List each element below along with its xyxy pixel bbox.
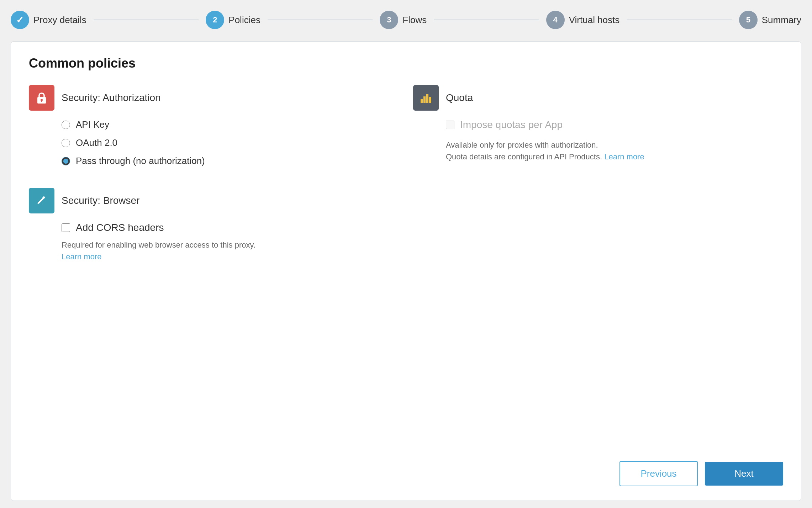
lock-icon (35, 91, 49, 105)
step-number-policies: 2 (213, 15, 217, 25)
quota-description: Available only for proxies with authoriz… (446, 139, 783, 163)
quota-description-line2: Quota details are configured in API Prod… (446, 152, 602, 161)
impose-quotas-checkbox[interactable] (446, 121, 454, 129)
svg-rect-4 (423, 96, 426, 103)
step-circle-summary: 5 (739, 11, 758, 29)
security-browser-description: Required for enabling web browser access… (62, 239, 783, 263)
step-connector-4 (627, 20, 732, 20)
step-flows[interactable]: 3 Flows (380, 11, 427, 29)
svg-rect-3 (421, 99, 423, 103)
chart-icon (419, 91, 433, 105)
security-browser-header: Security: Browser (29, 188, 783, 213)
quota-icon (413, 85, 439, 111)
cors-headers-label: Add CORS headers (76, 222, 164, 233)
quota-label: Quota (446, 92, 473, 104)
svg-rect-5 (426, 94, 428, 103)
security-browser-label: Security: Browser (62, 195, 139, 206)
cors-headers-checkbox[interactable] (62, 223, 70, 232)
security-authorization-label: Security: Authorization (62, 92, 161, 104)
quota-description-line1: Available only for proxies with authoriz… (446, 141, 598, 149)
svg-rect-6 (429, 97, 431, 103)
api-key-radio[interactable] (62, 121, 70, 129)
api-key-option[interactable]: API Key (62, 119, 399, 130)
step-connector-2 (268, 20, 373, 20)
step-circle-virtual-hosts: 4 (546, 11, 565, 29)
security-authorization-section: Security: Authorization API Key OAuth 2.… (29, 85, 399, 174)
checkmark-icon: ✓ (16, 15, 24, 26)
pass-through-radio[interactable] (62, 157, 70, 165)
quota-checkbox-container: Impose quotas per App (446, 119, 783, 131)
api-key-label: API Key (76, 119, 109, 130)
step-number-flows: 3 (387, 15, 391, 25)
step-label-virtual-hosts: Virtual hosts (569, 15, 620, 26)
next-button[interactable]: Next (705, 462, 783, 486)
step-connector-1 (94, 20, 199, 20)
security-authorization-header: Security: Authorization (29, 85, 399, 111)
step-proxy-details[interactable]: ✓ Proxy details (11, 11, 86, 29)
step-circle-proxy-details: ✓ (11, 11, 29, 29)
step-summary[interactable]: 5 Summary (739, 11, 801, 29)
security-browser-learn-more-link[interactable]: Learn more (62, 252, 102, 261)
security-authorization-icon (29, 85, 54, 111)
svg-rect-2 (41, 100, 42, 102)
security-browser-icon (29, 188, 54, 213)
bottom-nav: Previous Next (29, 450, 783, 486)
quota-learn-more-link[interactable]: Learn more (604, 152, 644, 161)
step-label-flows: Flows (402, 15, 427, 26)
main-card: Common policies Security: Authorization (11, 41, 801, 501)
oauth2-label: OAuth 2.0 (76, 137, 117, 148)
cors-headers-option[interactable]: Add CORS headers (62, 222, 783, 233)
step-label-summary: Summary (762, 15, 801, 26)
step-virtual-hosts[interactable]: 4 Virtual hosts (546, 11, 620, 29)
step-number-summary: 5 (746, 15, 750, 25)
step-number-virtual-hosts: 4 (553, 15, 558, 25)
impose-quotas-label: Impose quotas per App (460, 119, 563, 131)
card-title: Common policies (29, 56, 783, 71)
step-circle-flows: 3 (380, 11, 398, 29)
quota-header: Quota (413, 85, 783, 111)
policies-grid: Security: Authorization API Key OAuth 2.… (29, 85, 783, 174)
oauth2-radio[interactable] (62, 139, 70, 147)
previous-button[interactable]: Previous (619, 461, 698, 486)
step-label-policies: Policies (228, 15, 260, 26)
step-connector-3 (434, 20, 539, 20)
quota-section: Quota Impose quotas per App Available on… (413, 85, 783, 174)
security-browser-section: Security: Browser Add CORS headers Requi… (29, 188, 783, 263)
pass-through-option[interactable]: Pass through (no authorization) (62, 155, 399, 166)
stepper: ✓ Proxy details 2 Policies 3 Flows 4 Vir… (11, 7, 801, 33)
oauth2-option[interactable]: OAuth 2.0 (62, 137, 399, 148)
security-browser-desc-text: Required for enabling web browser access… (62, 240, 255, 249)
step-circle-policies: 2 (206, 11, 224, 29)
pass-through-label: Pass through (no authorization) (76, 155, 205, 166)
step-label-proxy-details: Proxy details (33, 15, 86, 26)
pencil-icon (35, 194, 49, 208)
step-policies[interactable]: 2 Policies (206, 11, 260, 29)
